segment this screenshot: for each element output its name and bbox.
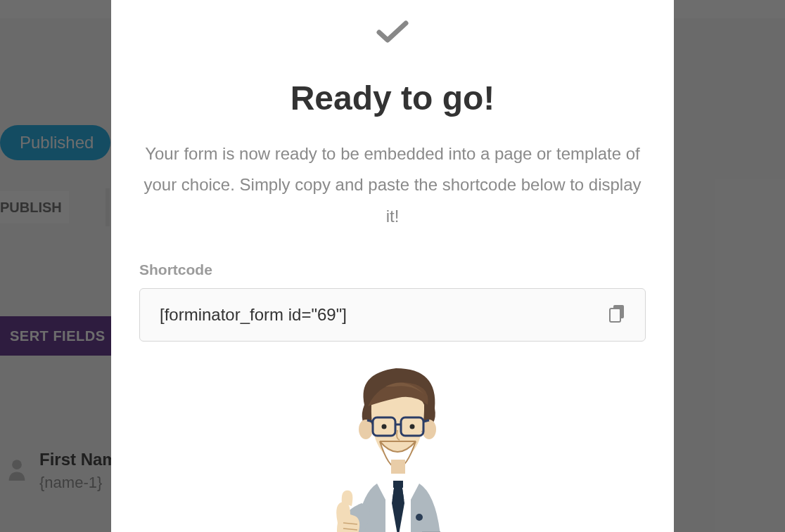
svg-point-10 — [382, 424, 387, 429]
modal-description: Your form is now ready to be embedded in… — [139, 138, 646, 232]
svg-point-3 — [359, 420, 373, 439]
shortcode-box: [forminator_form id="69"] — [139, 288, 646, 341]
check-icon — [376, 20, 409, 48]
svg-point-15 — [416, 514, 423, 521]
modal-title: Ready to go! — [291, 79, 495, 117]
shortcode-label: Shortcode — [139, 261, 212, 278]
svg-line-8 — [367, 420, 373, 422]
svg-line-9 — [423, 420, 429, 422]
shortcode-value[interactable]: [forminator_form id="69"] — [160, 305, 347, 325]
ready-modal: Ready to go! Your form is now ready to b… — [111, 0, 674, 532]
mascot-illustration — [315, 363, 470, 532]
copy-icon — [608, 315, 625, 325]
svg-point-11 — [410, 424, 415, 429]
svg-rect-13 — [391, 460, 405, 474]
svg-rect-2 — [610, 309, 620, 322]
copy-button[interactable] — [604, 299, 630, 330]
